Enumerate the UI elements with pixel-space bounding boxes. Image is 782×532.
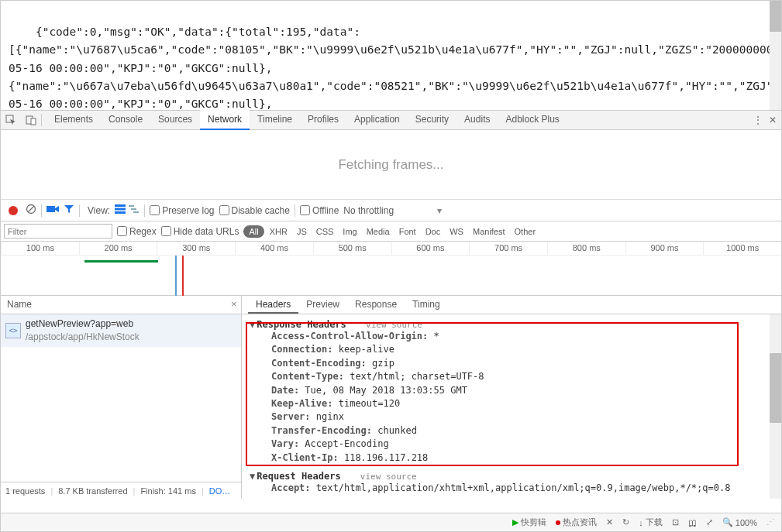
svg-rect-2 xyxy=(31,118,36,125)
svg-rect-11 xyxy=(133,211,139,213)
preserve-log-checkbox[interactable]: Preserve log xyxy=(150,205,214,216)
response-header-line: Transfer-Encoding: chunked xyxy=(250,424,773,438)
quickcut-button[interactable]: ▶快剪辑 xyxy=(512,517,546,528)
request-list: Name <> getNewPreview?app=web /appstock/… xyxy=(1,296,242,499)
expand-icon[interactable]: ⤢ xyxy=(706,517,713,527)
resize-grip-icon[interactable]: ⋰ xyxy=(766,517,775,527)
filter-type-xhr[interactable]: XHR xyxy=(266,225,291,238)
detail-tab-timing[interactable]: Timing xyxy=(405,296,448,314)
throttling-select[interactable]: No throttling xyxy=(343,205,394,216)
response-header-line: Access-Control-Allow-Origin: * xyxy=(250,330,773,343)
close-details-icon[interactable]: × xyxy=(231,298,237,310)
svg-rect-7 xyxy=(115,208,126,211)
filter-toggle-icon[interactable] xyxy=(64,204,74,217)
hide-data-urls-checkbox[interactable]: Hide data URLs xyxy=(161,226,239,237)
disable-cache-checkbox[interactable]: Disable cache xyxy=(219,205,290,216)
devtools-tab-adblock-plus[interactable]: Adblock Plus xyxy=(498,110,567,130)
more-icon[interactable]: ⋮ xyxy=(753,115,763,125)
request-headers-section[interactable]: ▼Request Headers view source xyxy=(250,471,773,482)
screenshot-icon[interactable] xyxy=(47,204,59,216)
notes-icon[interactable]: 🕮 xyxy=(688,518,697,527)
devtools-tab-audits[interactable]: Audits xyxy=(456,110,498,130)
svg-rect-6 xyxy=(115,204,126,207)
clear-button[interactable] xyxy=(26,204,36,217)
timeline-tick: 900 ms xyxy=(625,242,704,255)
large-rows-icon[interactable] xyxy=(115,204,126,216)
hotnews-button[interactable]: 热点资讯 xyxy=(556,517,597,528)
filter-type-css[interactable]: CSS xyxy=(312,225,338,238)
response-header-line: Vary: Accept-Encoding xyxy=(250,438,773,451)
filter-type-media[interactable]: Media xyxy=(363,225,394,238)
response-header-line: X-Client-Ip: 118.196.117.218 xyxy=(250,451,773,465)
view-label: View: xyxy=(88,205,110,216)
json-text: {"code":0,"msg":"OK","data":{"total":195… xyxy=(9,26,781,110)
filter-type-js[interactable]: JS xyxy=(293,225,311,238)
filter-type-doc[interactable]: Doc xyxy=(422,225,445,238)
response-json-preview: {"code":0,"msg":"OK","data":{"total":195… xyxy=(1,1,781,110)
response-header-line: Content-Type: text/html; charset=UTF-8 xyxy=(250,370,773,383)
devtools-tab-bar: ElementsConsoleSourcesNetworkTimelinePro… xyxy=(1,110,781,130)
filter-input[interactable] xyxy=(4,224,112,239)
devtools-tab-console[interactable]: Console xyxy=(101,110,150,130)
pip-icon[interactable]: ⊡ xyxy=(672,517,679,527)
request-name: getNewPreview?app=web xyxy=(26,317,140,331)
timeline-tick: 800 ms xyxy=(547,242,625,255)
network-timeline[interactable]: 100 ms200 ms300 ms400 ms500 ms600 ms700 … xyxy=(1,242,781,296)
view-source-link[interactable]: view source xyxy=(366,320,422,330)
frames-loading-message: Fetching frames... xyxy=(1,130,781,200)
view-source-link[interactable]: view source xyxy=(360,472,417,482)
devtools-tab-profiles[interactable]: Profiles xyxy=(300,110,346,130)
request-header-line: Accept: text/html,application/xhtml+xml,… xyxy=(250,482,773,495)
json-scrollbar[interactable] xyxy=(770,1,781,110)
timeline-tick: 200 ms xyxy=(79,242,157,255)
detail-tab-headers[interactable]: Headers xyxy=(248,296,298,314)
waterfall-icon[interactable] xyxy=(129,204,140,216)
filter-type-font[interactable]: Font xyxy=(395,225,420,238)
browser-taskbar: ▶快剪辑 热点资讯 ✕ ↻ ↓ 下载 ⊡ 🕮 ⤢ 🔍 100% ⋰ xyxy=(1,513,781,531)
devtools-tab-sources[interactable]: Sources xyxy=(150,110,200,130)
filter-type-img[interactable]: Img xyxy=(339,225,360,238)
devtools-tab-security[interactable]: Security xyxy=(408,110,456,130)
timeline-tick: 1000 ms xyxy=(703,242,781,255)
timeline-tick: 400 ms xyxy=(235,242,313,255)
timeline-tick: 100 ms xyxy=(1,242,79,255)
svg-rect-9 xyxy=(129,205,134,207)
mute-icon[interactable]: ✕ xyxy=(606,517,613,527)
response-header-line: Connection: keep-alive xyxy=(250,343,773,356)
devtools-tab-application[interactable]: Application xyxy=(346,110,408,130)
devtools-tab-network[interactable]: Network xyxy=(200,110,250,130)
svg-line-4 xyxy=(28,206,34,212)
filter-type-all[interactable]: All xyxy=(243,225,264,238)
request-details-panel: × HeadersPreviewResponseTiming ▼Response… xyxy=(242,296,781,499)
zoom-level[interactable]: 🔍 100% xyxy=(722,517,757,527)
throttle-caret-icon[interactable]: ▾ xyxy=(437,205,442,216)
devtools-tab-elements[interactable]: Elements xyxy=(47,110,101,130)
svg-rect-8 xyxy=(115,211,126,214)
detail-tab-response[interactable]: Response xyxy=(347,296,405,314)
record-button[interactable] xyxy=(9,206,18,215)
regex-checkbox[interactable]: Regex xyxy=(117,226,157,237)
inspect-icon[interactable] xyxy=(3,112,19,128)
network-toolbar: View: Preserve log Disable cache Offline… xyxy=(1,200,781,221)
name-column-header[interactable]: Name xyxy=(1,296,241,314)
filter-type-other[interactable]: Other xyxy=(511,225,540,238)
devtools-tab-timeline[interactable]: Timeline xyxy=(250,110,300,130)
refresh-icon[interactable]: ↻ xyxy=(622,517,629,527)
close-devtools-icon[interactable]: ✕ xyxy=(769,115,777,125)
detail-tab-preview[interactable]: Preview xyxy=(298,296,347,314)
device-icon[interactable] xyxy=(23,112,39,128)
request-row[interactable]: <> getNewPreview?app=web /appstock/app/H… xyxy=(1,314,241,347)
svg-rect-5 xyxy=(47,206,55,212)
download-button[interactable]: ↓ 下载 xyxy=(639,517,663,528)
details-scrollbar[interactable] xyxy=(770,314,781,499)
network-filter-row: Regex Hide data URLs AllXHRJSCSSImgMedia… xyxy=(1,221,781,242)
svg-rect-10 xyxy=(131,208,136,210)
offline-checkbox[interactable]: Offline xyxy=(300,205,339,216)
response-header-line: Date: Tue, 08 May 2018 13:03:55 GMT xyxy=(250,384,773,397)
network-status-bar: 1 requests| 8.7 KB transferred| Finish: … xyxy=(1,482,241,499)
filter-type-ws[interactable]: WS xyxy=(446,225,467,238)
timeline-tick: 300 ms xyxy=(157,242,235,255)
response-header-line: Content-Encoding: gzip xyxy=(250,357,773,370)
filter-type-manifest[interactable]: Manifest xyxy=(469,225,509,238)
response-headers-section[interactable]: ▼Response Headers view source xyxy=(250,319,773,330)
